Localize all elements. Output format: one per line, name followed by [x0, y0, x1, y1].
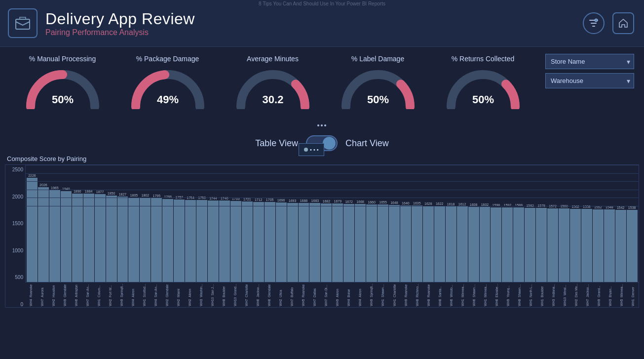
bar[interactable] — [559, 208, 569, 282]
bar-x-label: WH5_Roanoke — [302, 283, 305, 306]
bar[interactable] — [615, 210, 626, 282]
bar-x-label: WH2_Des Mo... — [574, 283, 578, 306]
bar[interactable] — [547, 208, 558, 282]
bar[interactable] — [27, 178, 38, 282]
bar[interactable] — [287, 203, 298, 282]
bar-x-label: WH2_Akron — [188, 283, 191, 306]
filter-icon[interactable] — [583, 12, 605, 34]
bar-wrapper: 1655 — [378, 165, 388, 282]
home-icon[interactable] — [612, 12, 634, 34]
bar[interactable] — [61, 191, 72, 282]
bar[interactable] — [219, 200, 230, 282]
bar[interactable] — [196, 200, 207, 282]
bar[interactable] — [321, 203, 332, 282]
svg-text:30.2: 30.2 — [262, 93, 283, 106]
bar[interactable] — [536, 208, 547, 282]
bar-value: 1542 — [617, 206, 625, 209]
bar[interactable] — [230, 201, 241, 282]
bar[interactable] — [162, 199, 173, 282]
bar[interactable] — [343, 204, 354, 282]
bar-x-label: WH7_Charlotte — [245, 283, 248, 306]
bar[interactable] — [265, 202, 275, 282]
bar[interactable] — [457, 206, 468, 282]
bar[interactable] — [49, 190, 60, 282]
bar[interactable] — [627, 210, 638, 282]
bar[interactable] — [276, 202, 287, 282]
bar[interactable] — [378, 204, 388, 282]
bar[interactable] — [593, 209, 604, 282]
logo-icon — [8, 8, 38, 38]
bar[interactable] — [208, 200, 219, 282]
bar[interactable] — [389, 205, 400, 282]
bar[interactable] — [151, 198, 162, 282]
bar-wrapper: 1648 — [389, 165, 400, 282]
bar-wrapper: 1679 — [332, 165, 343, 282]
bar[interactable] — [525, 208, 535, 282]
bar[interactable] — [480, 207, 491, 282]
kpi-section: % Manual Processing 50% 0% 100% % Packag… — [0, 47, 545, 133]
bar[interactable] — [581, 209, 592, 282]
bar-x-label: WH7_Dallas — [313, 283, 316, 306]
bar[interactable] — [95, 194, 106, 282]
bar-x-label: WH2_Fort W... — [109, 283, 112, 306]
store-name-filter[interactable]: Store Name — [545, 54, 634, 69]
bar[interactable] — [174, 199, 185, 282]
bar-x-label: WH4_Roanoke — [29, 283, 33, 306]
bar-x-label: WH8_Glendale — [267, 283, 271, 306]
bar-wrapper: 1940 — [61, 165, 72, 282]
store-name-select[interactable]: Store Name — [545, 54, 634, 69]
bar-x-label: WH9_Young... — [506, 283, 510, 306]
bar-wrapper: 1622 — [434, 165, 445, 282]
bar-x-label: WH9_Akron — [336, 283, 339, 306]
x-labels-row: WH4_RoanokeWH7_AuroraWH2_HoustonWH9_Glen… — [25, 282, 639, 307]
bar-wrapper: 1683 — [309, 165, 320, 282]
warehouse-select[interactable]: Warehouse — [545, 73, 634, 88]
bar-value: 1940 — [62, 187, 70, 191]
bar[interactable] — [185, 200, 196, 282]
bar[interactable] — [400, 205, 411, 282]
bar-wrapper: 1733 — [230, 165, 241, 282]
bar[interactable] — [570, 209, 581, 282]
tooltip-dot — [304, 148, 308, 152]
bar[interactable] — [355, 204, 366, 282]
bar[interactable] — [253, 202, 264, 282]
bar[interactable] — [106, 196, 117, 282]
bar[interactable] — [309, 203, 320, 282]
bar[interactable] — [72, 194, 83, 282]
bar-wrapper: 1672 — [343, 165, 354, 282]
bar-x-label: WH7_San Die... — [324, 283, 328, 306]
bar-value: 1635 — [413, 201, 421, 205]
bar[interactable] — [242, 201, 253, 282]
bar[interactable] — [83, 194, 94, 282]
bar-value: 1683 — [311, 199, 319, 202]
toggle-knob — [323, 137, 336, 150]
bar[interactable] — [128, 198, 139, 282]
bar[interactable] — [491, 207, 501, 282]
bar[interactable] — [434, 206, 445, 282]
bar[interactable] — [468, 207, 479, 282]
bar[interactable] — [140, 198, 151, 282]
bar-x-label: WH2_Glendale — [165, 283, 169, 306]
bar[interactable] — [299, 203, 309, 282]
svg-rect-0 — [16, 19, 30, 29]
bar[interactable] — [604, 209, 615, 282]
bar-value: 1672 — [345, 200, 353, 203]
bar-value: 1568 — [560, 204, 568, 208]
bar-x-label: WH1_Minnea... — [484, 283, 487, 306]
bar[interactable] — [513, 207, 524, 282]
bar[interactable] — [332, 203, 343, 282]
bar-value: 2226 — [28, 174, 36, 177]
bar[interactable] — [366, 204, 377, 282]
svg-text:50%: 50% — [472, 93, 493, 106]
bar[interactable] — [117, 197, 128, 282]
bar-x-label: WH5_Minnea... — [620, 283, 623, 306]
bar[interactable] — [412, 205, 422, 282]
bar[interactable] — [502, 207, 513, 282]
warehouse-filter[interactable]: Warehouse — [545, 73, 634, 88]
bar-wrapper: 1802 — [140, 165, 151, 282]
bar[interactable] — [446, 206, 456, 282]
bar[interactable] — [38, 187, 49, 282]
bar-wrapper: 1562 — [570, 165, 581, 282]
bar-value: 1705 — [266, 198, 274, 201]
bar[interactable] — [423, 206, 434, 282]
